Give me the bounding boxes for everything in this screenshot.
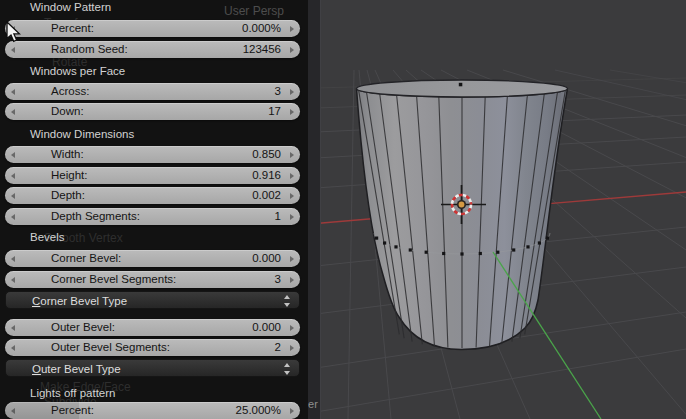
- slider-depth-segments[interactable]: Depth Segments: 1: [5, 208, 300, 225]
- decrement-arrow-icon[interactable]: [5, 83, 19, 100]
- slider-outer-bevel[interactable]: Outer Bevel: 0.000: [5, 319, 300, 336]
- section-label-window-pattern: Window Pattern: [30, 1, 300, 14]
- increment-arrow-icon[interactable]: [286, 146, 300, 163]
- object-name-text-fragment: er: [308, 398, 318, 410]
- section-label-bevels: Bevels: [30, 231, 300, 244]
- decrement-arrow-icon[interactable]: [5, 187, 19, 204]
- dropdown-outer-bevel-type[interactable]: Outer Bevel Type: [5, 359, 300, 377]
- operator-redo-panel: Transform Rotate Smooth Vertex Make Edge…: [0, 0, 308, 419]
- slider-down[interactable]: Down: 17: [5, 103, 300, 120]
- decrement-arrow-icon[interactable]: [5, 250, 19, 267]
- decrement-arrow-icon[interactable]: [5, 208, 19, 225]
- decrement-arrow-icon[interactable]: [5, 339, 19, 356]
- decrement-arrow-icon[interactable]: [5, 319, 19, 336]
- decrement-arrow-icon[interactable]: [5, 103, 19, 120]
- slider-across[interactable]: Across: 3: [5, 83, 300, 100]
- slider-percent[interactable]: Percent: 0.000%: [5, 20, 300, 37]
- increment-arrow-icon[interactable]: [286, 402, 300, 419]
- increment-arrow-icon[interactable]: [286, 319, 300, 336]
- increment-arrow-icon[interactable]: [286, 339, 300, 356]
- increment-arrow-icon[interactable]: [286, 83, 300, 100]
- blender-window: er Transform Rotate Smooth Vertex Make E…: [0, 0, 686, 419]
- cylinder-top-face: [357, 80, 568, 97]
- slider-height[interactable]: Height: 0.916: [5, 167, 300, 184]
- increment-arrow-icon[interactable]: [286, 208, 300, 225]
- section-label-windows-per-face: Windows per Face: [30, 65, 300, 78]
- slider-outer-bevel-segments[interactable]: Outer Bevel Segments: 2: [5, 339, 300, 356]
- slider-corner-bevel-segments[interactable]: Corner Bevel Segments: 3: [5, 271, 300, 288]
- slider-random-seed[interactable]: Random Seed: 123456: [5, 41, 300, 58]
- section-label-window-dimensions: Window Dimensions: [30, 128, 300, 141]
- increment-arrow-icon[interactable]: [286, 103, 300, 120]
- decrement-arrow-icon[interactable]: [5, 146, 19, 163]
- region-border-strip: [308, 0, 321, 419]
- slider-width[interactable]: Width: 0.850: [5, 146, 300, 163]
- increment-arrow-icon[interactable]: [286, 41, 300, 58]
- increment-arrow-icon[interactable]: [286, 187, 300, 204]
- decrement-arrow-icon[interactable]: [5, 167, 19, 184]
- dropdown-updown-arrows-icon: [283, 362, 292, 376]
- increment-arrow-icon[interactable]: [286, 20, 300, 37]
- increment-arrow-icon[interactable]: [286, 271, 300, 288]
- slider-corner-bevel[interactable]: Corner Bevel: 0.000: [5, 250, 300, 267]
- section-label-lights-off-pattern: Lights off pattern: [30, 387, 300, 400]
- dropdown-updown-arrows-icon: [283, 294, 292, 308]
- slider-lights-percent[interactable]: Percent: 25.000%: [5, 402, 300, 419]
- mouse-cursor: [5, 21, 25, 45]
- top-vertex-dot: [459, 83, 463, 87]
- increment-arrow-icon[interactable]: [286, 250, 300, 267]
- slider-depth[interactable]: Depth: 0.002: [5, 187, 300, 204]
- decrement-arrow-icon[interactable]: [5, 402, 19, 419]
- increment-arrow-icon[interactable]: [286, 167, 300, 184]
- dropdown-corner-bevel-type[interactable]: Corner Bevel Type: [5, 291, 300, 309]
- decrement-arrow-icon[interactable]: [5, 271, 19, 288]
